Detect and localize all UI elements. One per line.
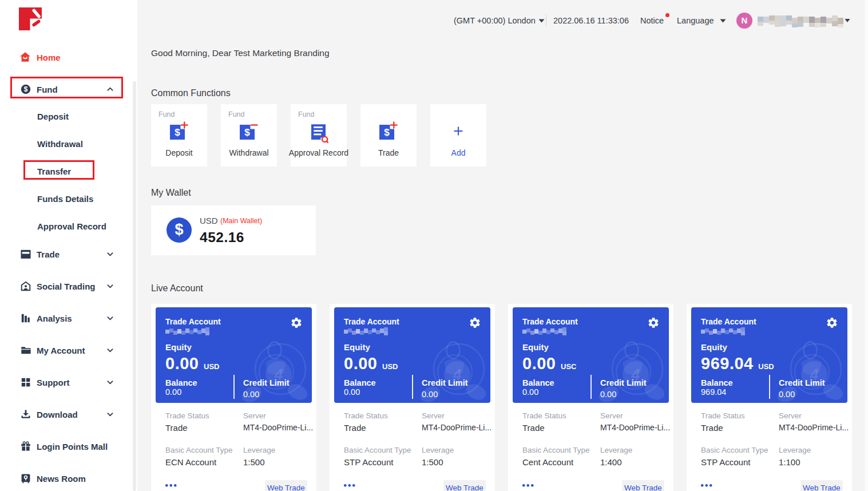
svg-text:$: $ (384, 127, 390, 138)
svg-text:$: $ (244, 127, 250, 138)
svg-text:$: $ (175, 127, 180, 138)
